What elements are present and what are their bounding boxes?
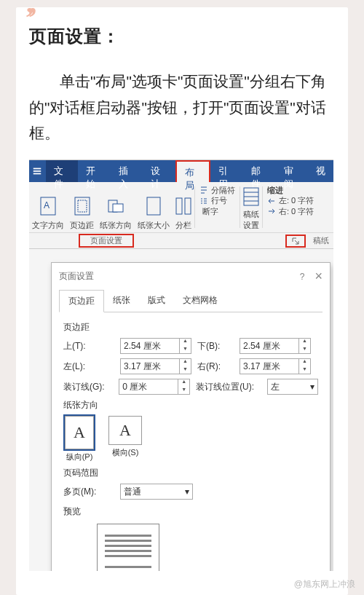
input-bottom[interactable]: 2.54 厘米▲▼ bbox=[240, 338, 311, 354]
svg-text:A: A bbox=[44, 200, 50, 210]
label-gutter: 装订线(G): bbox=[63, 381, 113, 393]
label-left: 左(L): bbox=[63, 360, 114, 373]
btn-margins[interactable]: 页边距 bbox=[67, 182, 97, 232]
tab-view[interactable]: 视 bbox=[308, 160, 333, 182]
dialog-title: 页面设置 bbox=[59, 270, 300, 283]
svg-rect-0 bbox=[33, 168, 41, 170]
label-gutter-pos: 装订线位置(U): bbox=[196, 381, 261, 393]
dlg-tab-margins[interactable]: 页边距 bbox=[59, 290, 104, 312]
tab-review[interactable]: 审阅 bbox=[276, 160, 309, 182]
quick-access-icon[interactable] bbox=[29, 160, 46, 182]
preview-page-icon bbox=[97, 524, 159, 571]
label-right: 右(R): bbox=[197, 360, 234, 373]
dialog-help-button[interactable]: ? bbox=[300, 272, 305, 282]
tab-layout[interactable]: 布局 bbox=[175, 160, 211, 182]
indent-right[interactable]: 右: 0 字符 bbox=[267, 206, 314, 216]
toolbar-breaks-stack: 分隔符 行号 断字 bbox=[195, 182, 240, 232]
btn-columns[interactable]: 分栏 bbox=[173, 182, 194, 232]
tab-design[interactable]: 设计 bbox=[143, 160, 175, 182]
page-setup-dialog: 页面设置 ? × 页边距 纸张 版式 文档网格 页边距 上(T): 2.54 厘 bbox=[51, 262, 331, 571]
group-label-page-setup: 页面设置 bbox=[79, 234, 134, 248]
btn-size[interactable]: 纸张大小 bbox=[135, 182, 173, 232]
ribbon-tabs: 文件 开始 插入 设计 布局 引用 邮件 审阅 视 bbox=[29, 160, 333, 182]
tab-references[interactable]: 引用 bbox=[210, 160, 243, 182]
btn-breaks[interactable]: 分隔符 bbox=[199, 185, 235, 195]
article-title: 页面设置： bbox=[29, 25, 335, 48]
label-multi: 多页(M): bbox=[63, 486, 114, 498]
svg-rect-6 bbox=[78, 200, 87, 212]
article-card: 页面设置： 单击"布局"选项卡"页面设置"分组右下角的"对话框启动器"按钮，打开… bbox=[16, 7, 348, 595]
tab-mail[interactable]: 邮件 bbox=[243, 160, 276, 182]
dlg-tab-paper[interactable]: 纸张 bbox=[104, 290, 139, 312]
btn-draft-paper[interactable]: 稿纸 设置 bbox=[240, 182, 262, 232]
dialog-launcher-page-setup[interactable] bbox=[285, 235, 306, 248]
tab-file[interactable]: 文件 bbox=[46, 160, 79, 182]
group-label-paper: 稿纸 bbox=[309, 235, 333, 246]
dlg-tab-layout[interactable]: 版式 bbox=[139, 290, 174, 312]
tab-home[interactable]: 开始 bbox=[78, 160, 111, 182]
watermark: @旭东网上冲浪 bbox=[294, 578, 355, 591]
ribbon-toolbar: A 文字方向 页边距 纸张方向 纸张大小 分栏 bbox=[29, 182, 333, 233]
btn-orientation[interactable]: 纸张方向 bbox=[97, 182, 135, 232]
quote-decoration: ’’ bbox=[25, 0, 33, 34]
word-screenshot: 文件 开始 插入 设计 布局 引用 邮件 审阅 视 A 文字方向 页边距 bbox=[29, 159, 333, 571]
section-margins: 页边距 bbox=[63, 321, 318, 334]
input-top[interactable]: 2.54 厘米▲▼ bbox=[120, 338, 191, 354]
btn-line-numbers[interactable]: 行号 bbox=[199, 195, 235, 205]
section-preview: 预览 bbox=[63, 505, 318, 518]
svg-rect-9 bbox=[147, 197, 160, 215]
section-pages: 页码范围 bbox=[63, 467, 318, 479]
section-orientation: 纸张方向 bbox=[63, 399, 318, 411]
select-gutter-pos[interactable]: 左▾ bbox=[267, 379, 318, 395]
btn-hyphenation[interactable]: 断字 bbox=[199, 206, 235, 216]
article-paragraph: 单击"布局"选项卡"页面设置"分组右下角的"对话框启动器"按钮，打开"页面设置"… bbox=[29, 68, 335, 146]
label-bottom: 下(B): bbox=[197, 340, 234, 352]
svg-rect-2 bbox=[33, 173, 41, 175]
svg-rect-8 bbox=[113, 204, 123, 212]
label-top: 上(T): bbox=[63, 340, 114, 352]
dlg-tab-grid[interactable]: 文档网格 bbox=[174, 290, 226, 312]
input-left[interactable]: 3.17 厘米▲▼ bbox=[120, 358, 191, 374]
orientation-portrait[interactable]: A 纵向(P) bbox=[65, 416, 94, 462]
ribbon-group-labels: 页面设置 稿纸 bbox=[29, 233, 333, 249]
orientation-landscape[interactable]: A 横向(S) bbox=[108, 416, 142, 462]
svg-rect-1 bbox=[33, 170, 41, 172]
svg-rect-10 bbox=[176, 198, 182, 214]
select-multi[interactable]: 普通▾ bbox=[120, 484, 193, 500]
indent-left[interactable]: 左: 0 字符 bbox=[267, 195, 314, 205]
svg-rect-11 bbox=[185, 198, 191, 214]
input-gutter[interactable]: 0 厘米▲▼ bbox=[119, 379, 190, 395]
input-right[interactable]: 3.17 厘米▲▼ bbox=[240, 358, 311, 374]
btn-text-direction[interactable]: A 文字方向 bbox=[29, 182, 67, 232]
toolbar-indent-stack: 缩进 左: 0 字符 右: 0 字符 bbox=[263, 182, 318, 232]
dialog-close-button[interactable]: × bbox=[314, 269, 323, 284]
tab-insert[interactable]: 插入 bbox=[111, 160, 143, 182]
dialog-tabs: 页边距 纸张 版式 文档网格 bbox=[59, 290, 323, 312]
